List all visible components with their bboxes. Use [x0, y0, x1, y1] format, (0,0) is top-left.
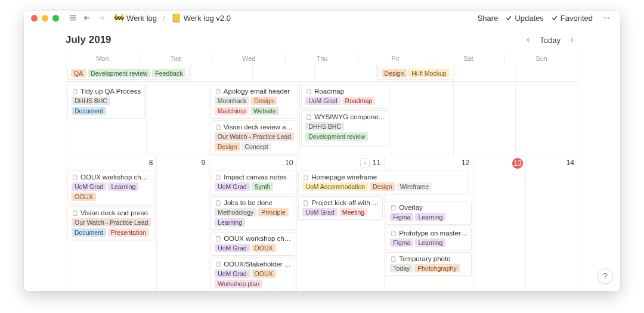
app-window: 🚧 Werk log / 📒 Werk log v2.0 Share Updat… — [24, 11, 620, 291]
event-card[interactable]: OverlayFigmaLearning — [386, 201, 472, 225]
event-card[interactable]: Vision deck review a…Our Watch - Practic… — [210, 120, 298, 154]
forward-button[interactable] — [95, 11, 108, 25]
today-button[interactable]: Today — [536, 35, 564, 46]
dots-icon — [603, 14, 610, 21]
hamburger-icon[interactable] — [66, 11, 79, 25]
event-title: Apology email header — [215, 88, 294, 95]
calendar-cell[interactable]: 13 — [473, 156, 526, 291]
calendar-cell[interactable]: 11+Homepage wireframeUoM AccommodationDe… — [297, 156, 385, 291]
event-card[interactable]: Homepage wireframeUoM AccommodationDesig… — [298, 171, 467, 194]
calendar-cell[interactable]: RoadmapUoM GradRoadmapWYSIWYG compone…DH… — [300, 82, 391, 156]
event-card[interactable]: OOUX workshop ch…UoM GradLearningOOUX — [67, 171, 155, 204]
calendar-cell[interactable]: Apology email headerMoonhackDesignMailch… — [209, 82, 300, 156]
calendar-cell[interactable]: Tidy up QA ProcessDHHS BHCDocument — [66, 82, 147, 156]
tag-list: UoM GradOOUXWorkshop plan — [215, 269, 291, 288]
event-card[interactable]: QADevelopment reviewFeedback — [67, 67, 189, 80]
favorited-button[interactable]: Favorited — [551, 14, 593, 23]
events-container: QADevelopment reviewFeedback — [67, 67, 189, 80]
breadcrumb-item-0[interactable]: 🚧 Werk log — [112, 13, 159, 24]
day-number: 10 — [285, 159, 293, 167]
event-card[interactable]: WYSIWYG compone…DHHS BHCDevelopment revi… — [301, 110, 389, 146]
updates-button[interactable]: Updates — [505, 14, 543, 23]
tag-list: DesignHi-fi Mockup — [382, 69, 450, 78]
close-window-button[interactable] — [31, 15, 38, 21]
events-container: Tidy up QA ProcessDHHS BHCDocument — [67, 85, 145, 119]
calendar-row: QADevelopment reviewFeedbackDesignHi-fi … — [66, 64, 578, 82]
breadcrumb-separator: / — [163, 14, 165, 23]
calendar-cell[interactable] — [454, 82, 516, 156]
calendar-cell[interactable]: QADevelopment reviewFeedback — [66, 64, 191, 82]
event-card[interactable]: OOUX/Stakeholder …UoM GradOOUXWorkshop p… — [210, 258, 295, 291]
calendar-cell[interactable] — [315, 64, 377, 82]
tag-list: FigmaLearning — [390, 213, 467, 221]
calendar-cell[interactable] — [455, 64, 517, 82]
event-card[interactable]: Prototype on master…FigmaLearning — [386, 227, 472, 250]
calendar-cell[interactable] — [516, 64, 578, 82]
tag: Moonhack — [215, 97, 249, 105]
next-button[interactable] — [565, 33, 578, 47]
event-card[interactable]: OOUX workshop ch…UoM GradOOUX — [210, 232, 295, 256]
calendar-header: July 2019 Today — [24, 25, 620, 52]
tag: UoM Accommodation — [302, 182, 368, 191]
tag: DHHS BHC — [72, 97, 110, 105]
calendar-cell[interactable] — [516, 82, 578, 156]
event-title: Vision deck review a… — [215, 123, 294, 131]
event-title: Overlay — [390, 204, 467, 211]
calendar-cell[interactable] — [191, 64, 253, 82]
add-event-button[interactable]: + — [360, 159, 370, 168]
tag: Concept — [242, 142, 271, 151]
calendar-cell[interactable]: DesignHi-fi Mockup — [377, 64, 455, 82]
day-number: 9 — [201, 159, 205, 167]
share-label: Share — [478, 14, 499, 23]
calendar-title: July 2019 — [66, 34, 522, 46]
weekday-label: Sun — [505, 52, 578, 64]
tag: Methodology — [215, 208, 256, 216]
tag: Document — [72, 107, 106, 115]
minimize-window-button[interactable] — [42, 15, 48, 21]
event-card[interactable]: Temporary photoTodayPhotohgraphy — [386, 252, 472, 276]
calendar-cell[interactable] — [391, 82, 454, 156]
prev-button[interactable] — [522, 33, 535, 47]
more-menu-button[interactable] — [600, 11, 613, 25]
day-number: 12 — [462, 159, 469, 167]
calendar-cell[interactable] — [147, 82, 209, 156]
tag: Principle — [258, 208, 288, 216]
tag: Mailchimp — [215, 107, 249, 115]
calendar-cell[interactable]: 9 — [157, 156, 209, 291]
breadcrumb: 🚧 Werk log / 📒 Werk log v2.0 — [112, 13, 233, 24]
tag-list: MoonhackDesignMailchimpWebsite — [215, 97, 294, 115]
tag: UoM Grad — [215, 244, 249, 252]
tag: QA — [71, 69, 86, 78]
maximize-window-button[interactable] — [52, 15, 59, 21]
tag-list: Our Watch - Practice LeadDocumentPresent… — [72, 218, 151, 237]
calendar-cell[interactable]: 8OOUX workshop ch…UoM GradLearningOOUXVi… — [66, 156, 157, 291]
day-number: 14 — [566, 159, 574, 167]
event-card[interactable]: RoadmapUoM GradRoadmap — [301, 85, 389, 109]
event-card[interactable]: Tidy up QA ProcessDHHS BHCDocument — [67, 85, 145, 119]
help-button[interactable]: ? — [597, 268, 613, 284]
tag: Feedback — [152, 69, 185, 78]
event-card[interactable]: Project kick off with …UoM GradMeeting — [298, 196, 383, 220]
event-card[interactable]: Jobs to be doneMethodologyPrincipleLearn… — [210, 196, 295, 230]
back-button[interactable] — [80, 11, 94, 25]
favorited-label: Favorited — [561, 14, 593, 23]
tag-list: UoM GradMeeting — [302, 208, 379, 216]
calendar-cell[interactable] — [253, 64, 315, 82]
tag: Design — [382, 69, 407, 78]
event-card[interactable]: Apology email headerMoonhackDesignMailch… — [210, 85, 298, 119]
event-card[interactable]: Impact canvas notesUoM GradSynth — [210, 171, 295, 194]
svg-point-5 — [603, 17, 605, 18]
tag: DHHS BHC — [305, 122, 344, 131]
share-button[interactable]: Share — [478, 14, 499, 23]
event-card[interactable]: DesignHi-fi Mockup — [378, 67, 453, 80]
calendar-cell[interactable]: 10Impact canvas notesUoM GradSynthJobs t… — [209, 156, 297, 291]
tag: OOUX — [252, 269, 276, 278]
event-card[interactable]: Vision deck and presoOur Watch - Practic… — [67, 206, 155, 240]
event-title: Temporary photo — [390, 255, 467, 262]
event-title: Tidy up QA Process — [72, 88, 141, 95]
tag-list: MethodologyPrincipleLearning — [215, 208, 291, 227]
event-title: OOUX/Stakeholder … — [215, 261, 291, 268]
tag: Design — [370, 182, 395, 191]
calendar-cell[interactable]: 14 — [526, 156, 578, 291]
breadcrumb-item-1[interactable]: 📒 Werk log v2.0 — [169, 13, 233, 24]
